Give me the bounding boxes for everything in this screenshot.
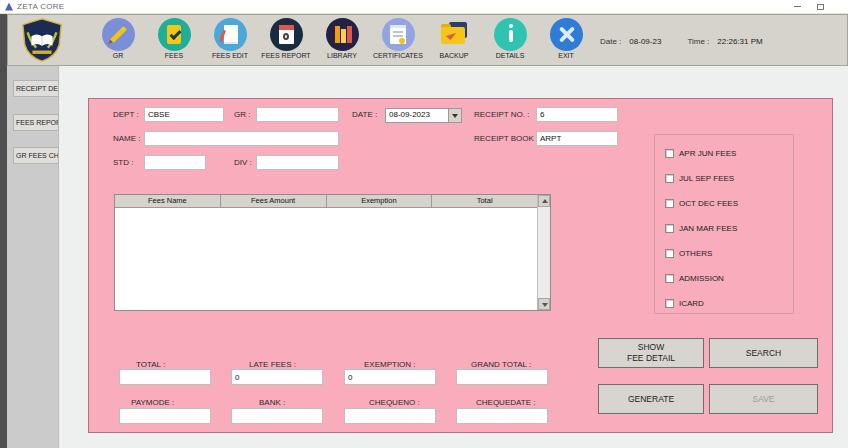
backup-folder-icon	[438, 18, 471, 51]
checkbox-jul-sep-fees[interactable]: JUL SEP FEES	[665, 172, 734, 184]
paymode-field[interactable]	[119, 408, 211, 424]
bank-label: BANK :	[259, 398, 285, 407]
receipt-book-label: RECEIPT BOOK :	[474, 134, 538, 143]
checkbox-jan-mar-fees[interactable]: JAN MAR FEES	[665, 222, 737, 234]
app-window: ZETA CORE GR	[0, 0, 848, 448]
checkbox-box[interactable]	[665, 174, 674, 183]
column-header-fees-name[interactable]: Fees Name	[115, 195, 221, 207]
toolbar-button-fees-report[interactable]: FEES REPORT	[260, 17, 312, 59]
table-scrollbar[interactable]	[537, 195, 550, 310]
checkbox-box[interactable]	[665, 149, 674, 158]
left-edge-strip	[0, 14, 7, 448]
chequeno-label: CHEQUENO :	[369, 398, 420, 407]
datetime-status: Date : 08-09-23 Time : 22:26:31 PM	[600, 37, 781, 46]
crest-shield-icon	[17, 17, 67, 63]
name-label: NAME :	[113, 134, 141, 143]
app-logo-icon	[5, 3, 13, 11]
scroll-down-arrow[interactable]	[538, 298, 550, 310]
checkbox-admission[interactable]: ADMISSION	[665, 272, 724, 284]
toolbar: GR FEES FEES EDIT FEES REPORT LIBRARY	[7, 14, 848, 66]
fees-table: Fees Name Fees Amount Exemption Total	[114, 194, 551, 311]
details-info-icon	[494, 18, 527, 51]
toolbar-button-backup[interactable]: BACKUP	[428, 17, 480, 59]
paymode-label: PAYMODE :	[131, 398, 174, 407]
time-value: 22:26:31 PM	[717, 37, 762, 46]
column-header-fees-amount[interactable]: Fees Amount	[221, 195, 327, 207]
name-field[interactable]	[144, 131, 339, 146]
chequeno-field[interactable]	[344, 408, 436, 424]
fees-clipboard-icon	[158, 18, 191, 51]
chevron-down-icon	[452, 114, 458, 118]
checkbox-oct-dec-fees[interactable]: OCT DEC FEES	[665, 197, 738, 209]
date-dropdown-value: 08-09-2023	[389, 110, 430, 119]
div-label: DIV :	[234, 158, 252, 167]
grand-total-label: GRAND TOTAL :	[471, 360, 531, 369]
receipt-no-field[interactable]	[536, 107, 618, 122]
late-fees-field[interactable]	[231, 369, 323, 385]
date-dropdown[interactable]: 08-09-2023	[385, 108, 462, 123]
scroll-up-arrow[interactable]	[538, 195, 550, 207]
late-fees-label: LATE FEES :	[249, 360, 296, 369]
bank-field[interactable]	[231, 408, 323, 424]
grand-total-field[interactable]	[456, 369, 548, 385]
sidebar-tab-fees-report[interactable]: FEES REPORT	[13, 114, 59, 131]
checkbox-box[interactable]	[665, 249, 674, 258]
toolbar-button-fees[interactable]: FEES	[148, 17, 200, 59]
search-button[interactable]: SEARCH	[709, 338, 818, 368]
window-title: ZETA CORE	[17, 2, 64, 11]
div-field[interactable]	[256, 155, 339, 170]
show-fee-detail-button[interactable]: SHOW FEE DETAIL	[598, 338, 704, 368]
dept-field[interactable]	[144, 107, 224, 122]
checkbox-box[interactable]	[665, 274, 674, 283]
total-field[interactable]	[119, 369, 211, 385]
toolbar-button-certificates[interactable]: CERTIFICATES	[372, 17, 424, 59]
std-label: STD :	[113, 158, 133, 167]
toolbar-button-details[interactable]: DETAILS	[484, 17, 536, 59]
minimize-button[interactable]	[794, 6, 801, 7]
chequedate-label: CHEQUEDATE :	[476, 398, 535, 407]
fees-table-header: Fees Name Fees Amount Exemption Total	[115, 195, 537, 208]
titlebar: ZETA CORE	[0, 0, 848, 14]
save-button[interactable]: SAVE	[709, 384, 818, 414]
window-controls	[794, 4, 824, 10]
library-books-icon	[326, 18, 359, 51]
fees-period-groupbox: APR JUN FEES JUL SEP FEES OCT DEC FEES J…	[654, 134, 794, 314]
checkbox-others[interactable]: OTHERS	[665, 247, 712, 259]
column-header-exemption[interactable]: Exemption	[327, 195, 433, 207]
std-field[interactable]	[144, 155, 206, 170]
checkbox-apr-jun-fees[interactable]: APR JUN FEES	[665, 147, 736, 159]
chequedate-field[interactable]	[456, 408, 548, 424]
fees-table-body[interactable]	[115, 208, 537, 310]
app-body: GR FEES FEES EDIT FEES REPORT LIBRARY	[0, 14, 848, 448]
time-label: Time :	[687, 37, 709, 46]
school-crest-logo	[17, 17, 67, 63]
gr-field[interactable]	[256, 107, 339, 122]
minimize-icon	[794, 6, 801, 7]
generate-button[interactable]: GENERATE	[598, 384, 704, 414]
date-field-label: DATE :	[352, 110, 377, 119]
date-label: Date :	[600, 37, 621, 46]
toolbar-button-fees-edit[interactable]: FEES EDIT	[204, 17, 256, 59]
sidebar-tab-receipt-delete[interactable]: RECEIPT DELE	[13, 80, 59, 97]
fees-form-panel: DEPT : GR : DATE : 08-09-2023 RECEIPT NO…	[88, 98, 833, 433]
gr-pencil-icon	[102, 18, 135, 51]
toolbar-button-exit[interactable]: EXIT	[540, 17, 592, 59]
column-header-total[interactable]: Total	[432, 195, 537, 207]
checkbox-box[interactable]	[665, 299, 674, 308]
maximize-icon	[817, 4, 824, 10]
toolbar-button-library[interactable]: LIBRARY	[316, 17, 368, 59]
toolbar-buttons: GR FEES FEES EDIT FEES REPORT LIBRARY	[92, 17, 592, 59]
receipt-book-field[interactable]	[536, 131, 618, 146]
gr-label: GR :	[234, 110, 250, 119]
maximize-button[interactable]	[817, 4, 824, 10]
exemption-label: EXEMPTION :	[364, 360, 416, 369]
dropdown-arrow-button[interactable]	[448, 109, 461, 122]
sidebar-tab-gr-fees-change[interactable]: GR FEES CHAN	[13, 147, 59, 164]
checkbox-box[interactable]	[665, 199, 674, 208]
exemption-field[interactable]	[344, 369, 436, 385]
total-label: TOTAL :	[136, 360, 165, 369]
fees-edit-document-icon	[214, 18, 247, 51]
checkbox-icard[interactable]: ICARD	[665, 297, 704, 309]
toolbar-button-gr[interactable]: GR	[92, 17, 144, 59]
checkbox-box[interactable]	[665, 224, 674, 233]
